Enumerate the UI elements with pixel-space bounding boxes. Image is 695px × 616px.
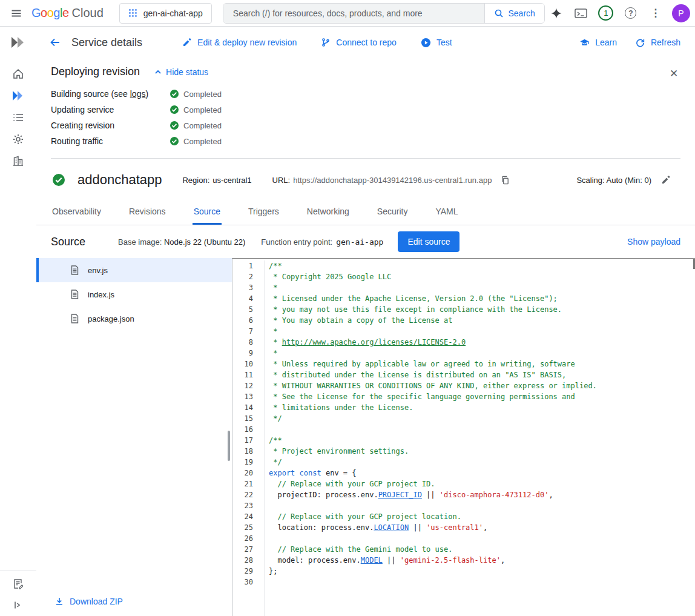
- line-number: 8: [232, 337, 253, 348]
- sidebar-home[interactable]: [0, 63, 36, 85]
- step-status: Completed: [183, 90, 222, 99]
- file-name: index.js: [88, 290, 114, 299]
- learn-button[interactable]: Learn: [579, 38, 617, 48]
- test-button[interactable]: Test: [421, 38, 452, 48]
- show-payload-link[interactable]: Show payload: [627, 237, 680, 247]
- cloud-shell-icon[interactable]: [570, 2, 593, 25]
- base-image: Base image: Node.js 22 (Ubuntu 22): [118, 237, 245, 247]
- line-number: 9: [232, 348, 253, 359]
- line-number: 13: [232, 391, 253, 402]
- file-item-index.js[interactable]: index.js: [36, 282, 232, 306]
- release-notes-icon: [13, 578, 24, 589]
- line-number: 4: [232, 293, 253, 304]
- logs-link[interactable]: logs: [130, 89, 146, 99]
- gemini-sparkle-icon[interactable]: [545, 2, 568, 25]
- code-line: [269, 424, 695, 435]
- cloud-run-logo: [10, 27, 26, 58]
- code-line: export const env = {: [269, 468, 695, 479]
- line-number: 26: [232, 533, 253, 544]
- deploy-step: Creating revisionCompleted: [51, 121, 680, 130]
- tab-security[interactable]: Security: [376, 197, 409, 225]
- connect-repo-button[interactable]: Connect to repo: [321, 38, 397, 47]
- tab-triggers[interactable]: Triggers: [247, 197, 280, 225]
- download-zip-button[interactable]: Download ZIP: [54, 597, 123, 606]
- google-logo-text: Google: [31, 6, 69, 20]
- close-icon[interactable]: ✕: [665, 64, 683, 82]
- sidebar-release-notes[interactable]: [13, 578, 24, 589]
- code-line: [269, 577, 695, 588]
- sidebar-services-list[interactable]: [0, 107, 36, 128]
- edit-deploy-button[interactable]: Edit & deploy new revision: [182, 38, 297, 47]
- deploy-step: Updating serviceCompleted: [51, 105, 680, 114]
- code-line: model: process.env.MODEL || 'gemini-2.5-…: [269, 555, 695, 566]
- file-name: env.js: [88, 266, 108, 275]
- deploy-step: Building source (see logs)Completed: [51, 89, 680, 99]
- code-line: * limitations under the License.: [269, 402, 695, 413]
- tab-source[interactable]: Source: [193, 197, 222, 225]
- code-line: [269, 533, 695, 544]
- line-number: 11: [232, 369, 253, 380]
- code-line: // Replace with the Gemini model to use.: [269, 544, 695, 555]
- play-circle-icon: [421, 38, 431, 48]
- code-line: *: [269, 326, 695, 337]
- line-number: 10: [232, 359, 253, 369]
- code-line: // Replace with your GCP project ID.: [269, 479, 695, 489]
- refresh-button[interactable]: Refresh: [635, 38, 680, 48]
- help-icon[interactable]: ?: [619, 2, 642, 25]
- source-heading: Source: [51, 236, 85, 248]
- notifications-button[interactable]: 1: [595, 2, 618, 25]
- file-item-package.json[interactable]: package.json: [36, 306, 232, 331]
- more-options-icon[interactable]: ⋮: [644, 2, 667, 25]
- scrollbar-thumb[interactable]: [228, 431, 230, 461]
- tab-observability[interactable]: Observability: [51, 197, 102, 225]
- avatar[interactable]: P: [672, 4, 690, 22]
- file-icon: [70, 265, 79, 275]
- code-gutter: 1234567891011121314151617181920212223242…: [232, 260, 265, 616]
- sidebar-organization[interactable]: [0, 150, 36, 172]
- edit-source-button[interactable]: Edit source: [398, 231, 459, 252]
- project-selector[interactable]: gen-ai-chat-app: [119, 3, 212, 24]
- left-nav-bottom: [0, 571, 36, 616]
- entry-point: Function entry point: gen-ai-app: [261, 237, 383, 247]
- line-number: 22: [232, 489, 253, 500]
- line-number: 3: [232, 282, 253, 293]
- line-number: 5: [232, 304, 253, 315]
- code-line: location: process.env.LOCATION || 'us-ce…: [269, 522, 695, 533]
- line-number: 25: [232, 522, 253, 533]
- back-arrow-icon: [49, 36, 61, 48]
- deploy-steps: Building source (see logs)CompletedUpdat…: [51, 89, 680, 146]
- code-line: /**: [269, 260, 695, 271]
- edit-scaling-pencil-icon[interactable]: [661, 175, 671, 185]
- line-number: 16: [232, 424, 253, 435]
- hide-status-button[interactable]: Hide status: [154, 67, 208, 77]
- file-item-env.js[interactable]: env.js: [36, 258, 232, 282]
- completed-check-icon: [170, 121, 179, 130]
- line-number: 27: [232, 544, 253, 555]
- code-line: *: [269, 348, 695, 359]
- sidebar-cloud-run[interactable]: [0, 85, 36, 107]
- main-content: Deploying revision Hide status ✕ Buildin…: [36, 58, 695, 616]
- code-line: /**: [269, 435, 695, 446]
- search-button[interactable]: Search: [484, 4, 544, 23]
- code-line: [269, 500, 695, 511]
- code-line: projectID: process.env.PROJECT_ID || 'di…: [269, 489, 695, 500]
- code-editor[interactable]: 1234567891011121314151617181920212223242…: [232, 258, 695, 616]
- service-url-value[interactable]: https://addonchatapp-301439142196.us-cen…: [293, 176, 492, 185]
- sidebar-settings[interactable]: [0, 128, 36, 150]
- step-status: Completed: [183, 121, 222, 130]
- search-input[interactable]: [223, 4, 485, 23]
- service-url: URL: https://addonchatapp-301439142196.u…: [272, 176, 510, 185]
- tab-yaml[interactable]: YAML: [434, 197, 459, 225]
- code-line: };: [269, 566, 695, 577]
- tabs: ObservabilityRevisionsSourceTriggersNetw…: [36, 197, 695, 225]
- refresh-icon: [635, 38, 645, 48]
- line-number: 18: [232, 446, 253, 457]
- sidebar-collapse[interactable]: [13, 600, 23, 610]
- back-button[interactable]: [44, 31, 67, 54]
- completed-check-icon: [170, 105, 179, 114]
- tab-revisions[interactable]: Revisions: [128, 197, 167, 225]
- tab-networking[interactable]: Networking: [306, 197, 351, 225]
- hamburger-menu-icon[interactable]: [5, 2, 28, 25]
- copy-icon[interactable]: [501, 176, 510, 185]
- gear-icon: [12, 133, 24, 145]
